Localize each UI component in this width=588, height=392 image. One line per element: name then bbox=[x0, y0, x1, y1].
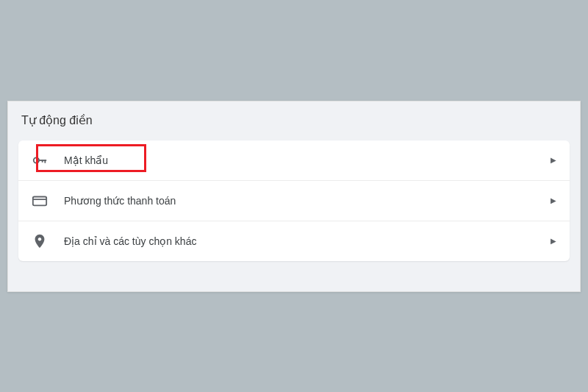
autofill-addresses-row[interactable]: Địa chỉ và các tùy chọn khác ▶ bbox=[18, 221, 570, 261]
autofill-payments-row[interactable]: Phương thức thanh toán ▶ bbox=[18, 181, 570, 221]
row-label: Địa chỉ và các tùy chọn khác bbox=[64, 235, 551, 247]
key-icon bbox=[32, 152, 48, 168]
location-pin-icon bbox=[32, 233, 48, 249]
svg-rect-4 bbox=[33, 196, 46, 205]
autofill-section: Tự động điền Mật khẩu ▶ P bbox=[7, 101, 581, 292]
svg-point-0 bbox=[34, 157, 39, 163]
chevron-right-icon: ▶ bbox=[551, 156, 556, 164]
credit-card-icon bbox=[32, 193, 48, 209]
autofill-passwords-row[interactable]: Mật khẩu ▶ bbox=[18, 140, 570, 181]
svg-rect-3 bbox=[42, 160, 43, 163]
chevron-right-icon: ▶ bbox=[551, 237, 556, 245]
row-label: Mật khẩu bbox=[64, 154, 551, 166]
section-title: Tự động điền bbox=[8, 101, 580, 140]
autofill-card: Mật khẩu ▶ Phương thức thanh toán ▶ Địa … bbox=[18, 140, 570, 261]
chevron-right-icon: ▶ bbox=[551, 196, 556, 204]
row-label: Phương thức thanh toán bbox=[64, 195, 551, 207]
svg-rect-2 bbox=[44, 160, 46, 163]
